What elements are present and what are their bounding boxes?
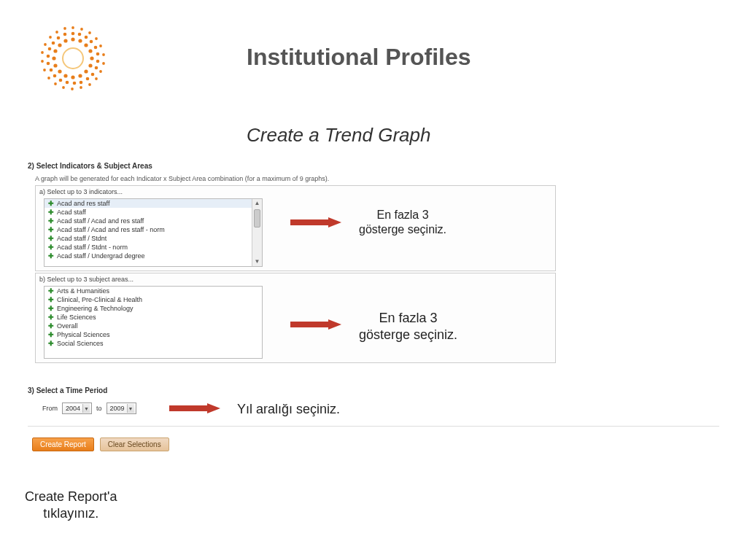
indicator-label: Acad staff / Undergrad degree bbox=[57, 252, 144, 260]
plus-icon: ✚ bbox=[47, 314, 54, 321]
svg-point-6 bbox=[96, 52, 100, 56]
to-year-value: 2009 bbox=[110, 405, 125, 412]
plus-icon: ✚ bbox=[47, 288, 54, 295]
from-year-value: 2004 bbox=[66, 405, 80, 412]
plus-icon: ✚ bbox=[47, 218, 54, 225]
svg-rect-67 bbox=[169, 405, 207, 411]
subject-item[interactable]: ✚Arts & Humanities bbox=[44, 287, 262, 295]
callout-4: Create Report'a tıklayınız. bbox=[25, 489, 117, 523]
step2-sub-a: a) Select up to 3 indicators... bbox=[39, 188, 123, 195]
plus-icon: ✚ bbox=[47, 323, 54, 330]
callout-4-line2: tıklayınız. bbox=[43, 506, 98, 521]
subject-item[interactable]: ✚Overall bbox=[44, 322, 262, 330]
svg-point-26 bbox=[95, 37, 98, 40]
svg-point-16 bbox=[50, 69, 53, 72]
svg-point-38 bbox=[43, 69, 46, 71]
divider bbox=[28, 426, 719, 427]
chevron-down-icon: ▼ bbox=[127, 404, 134, 413]
to-year-dropdown[interactable]: 2009 ▼ bbox=[107, 402, 136, 414]
subject-label: Social Sciences bbox=[57, 340, 104, 347]
svg-point-25 bbox=[88, 31, 91, 34]
plus-icon: ✚ bbox=[47, 341, 54, 347]
indicators-listbox[interactable]: ✚Acad and res staff ✚Acad staff ✚Acad st… bbox=[44, 198, 263, 267]
subject-label: Engineering & Technology bbox=[57, 305, 133, 312]
indicator-label: Acad staff bbox=[57, 209, 86, 216]
from-year-dropdown[interactable]: 2004 ▼ bbox=[62, 402, 92, 414]
svg-point-30 bbox=[99, 70, 102, 73]
svg-marker-64 bbox=[328, 217, 341, 228]
arrow-icon bbox=[290, 217, 341, 228]
subject-item[interactable]: ✚Clinical, Pre-Clinical & Health bbox=[44, 295, 262, 304]
from-label: From bbox=[42, 405, 58, 412]
plus-icon: ✚ bbox=[47, 209, 54, 216]
scrollbar[interactable]: ▲ ▼ bbox=[252, 199, 262, 266]
callout-2-line1: En fazla 3 bbox=[379, 311, 438, 325]
svg-point-12 bbox=[73, 82, 77, 85]
svg-point-20 bbox=[52, 42, 55, 45]
svg-point-36 bbox=[54, 82, 57, 85]
svg-point-41 bbox=[44, 43, 47, 46]
scroll-down-icon[interactable]: ▼ bbox=[252, 257, 262, 266]
svg-point-27 bbox=[99, 44, 102, 47]
indicator-label: Acad staff / Acad and res staff - norm bbox=[57, 226, 165, 233]
indicator-item[interactable]: ✚Acad staff / Acad and res staff - norm bbox=[44, 225, 262, 234]
indicator-item[interactable]: ✚Acad staff bbox=[44, 208, 262, 217]
svg-point-42 bbox=[49, 36, 52, 39]
create-report-button[interactable]: Create Report bbox=[32, 438, 94, 451]
indicator-label: Acad staff / Acad and res staff bbox=[57, 217, 144, 225]
indicator-item[interactable]: ✚Acad staff / Stdnt - norm bbox=[44, 243, 262, 252]
svg-point-45 bbox=[71, 37, 74, 41]
svg-point-15 bbox=[53, 74, 57, 78]
scroll-up-icon[interactable]: ▲ bbox=[252, 199, 262, 208]
indicator-item[interactable]: ✚Acad and res staff bbox=[44, 199, 262, 208]
svg-point-18 bbox=[47, 55, 50, 58]
svg-rect-65 bbox=[290, 322, 328, 327]
svg-point-49 bbox=[90, 56, 93, 60]
subject-label: Overall bbox=[57, 322, 78, 330]
indicator-item[interactable]: ✚Acad staff / Acad and res staff bbox=[44, 217, 262, 225]
subject-label: Life Sciences bbox=[57, 314, 96, 321]
svg-point-23 bbox=[71, 26, 74, 29]
svg-point-59 bbox=[58, 43, 61, 47]
svg-point-28 bbox=[102, 53, 105, 56]
svg-point-34 bbox=[71, 88, 74, 90]
chevron-down-icon: ▼ bbox=[82, 404, 90, 413]
step2-desc: A graph will be generated for each Indic… bbox=[35, 175, 329, 182]
scroll-thumb[interactable] bbox=[254, 209, 260, 228]
svg-point-35 bbox=[62, 86, 65, 89]
svg-point-40 bbox=[41, 51, 44, 54]
svg-point-13 bbox=[66, 81, 69, 85]
indicator-item[interactable]: ✚Acad staff / Undergrad degree bbox=[44, 252, 262, 260]
svg-point-57 bbox=[52, 56, 55, 60]
svg-point-9 bbox=[91, 73, 95, 77]
indicator-label: Acad staff / Stdnt - norm bbox=[57, 244, 128, 251]
callout-4-line1: Create Report'a bbox=[25, 489, 117, 504]
time-period-row: From 2004 ▼ to 2009 ▼ bbox=[42, 402, 136, 414]
step2-sub-b: b) Select up to 3 subject areas... bbox=[39, 276, 133, 283]
page-subtitle: Create a Trend Graph bbox=[247, 124, 430, 147]
clear-selections-button[interactable]: Clear Selections bbox=[100, 438, 169, 451]
svg-point-56 bbox=[53, 63, 57, 67]
page-title: Institutional Profiles bbox=[247, 44, 471, 71]
svg-point-50 bbox=[88, 63, 92, 67]
svg-point-53 bbox=[71, 75, 74, 79]
svg-point-60 bbox=[63, 39, 67, 42]
subject-item[interactable]: ✚Life Sciences bbox=[44, 313, 262, 322]
svg-point-17 bbox=[47, 62, 50, 66]
subjects-listbox[interactable]: ✚Arts & Humanities ✚Clinical, Pre-Clinic… bbox=[44, 286, 263, 359]
svg-point-29 bbox=[102, 62, 105, 65]
action-buttons: Create Report Clear Selections bbox=[32, 438, 169, 451]
subject-label: Physical Sciences bbox=[57, 331, 110, 338]
subject-item[interactable]: ✚Social Sciences bbox=[44, 339, 262, 348]
indicator-item[interactable]: ✚Acad staff / Stdnt bbox=[44, 234, 262, 243]
svg-point-31 bbox=[95, 77, 98, 80]
svg-point-58 bbox=[53, 49, 57, 52]
subject-item[interactable]: ✚Engineering & Technology bbox=[44, 304, 262, 313]
subject-item[interactable]: ✚Physical Sciences bbox=[44, 330, 262, 339]
svg-point-22 bbox=[63, 33, 67, 36]
svg-point-52 bbox=[78, 74, 82, 77]
svg-point-5 bbox=[94, 46, 98, 50]
svg-point-3 bbox=[85, 36, 88, 39]
step2-title: 2) Select Indicators & Subject Areas bbox=[28, 162, 152, 170]
callout-1-line1: En fazla 3 bbox=[376, 209, 428, 221]
